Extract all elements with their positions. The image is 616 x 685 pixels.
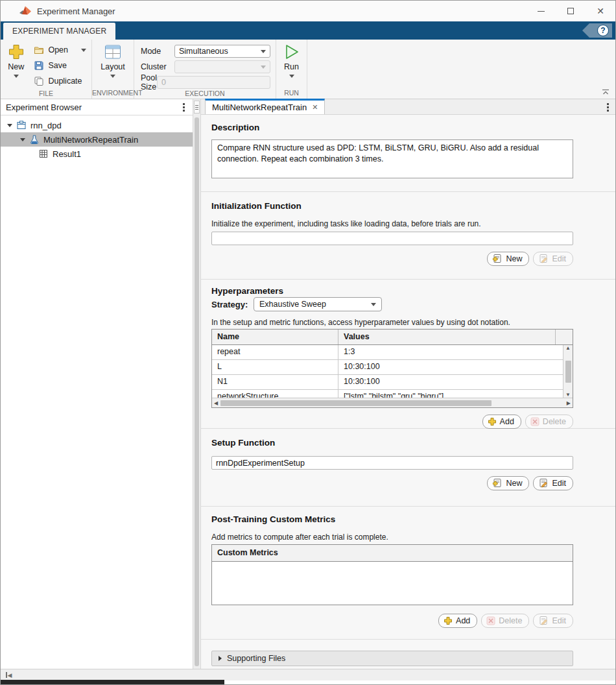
browser-menu-button[interactable] — [180, 102, 187, 113]
table-horizontal-scrollbar[interactable]: ◀ ▶ — [212, 398, 573, 407]
setup-edit-button[interactable]: Edit — [533, 476, 573, 490]
delete-icon — [486, 616, 495, 625]
table-row[interactable]: networkStructure ["lstm" "bilstm" "gru" … — [212, 390, 563, 398]
strategy-dropdown[interactable]: Exhaustive Sweep — [254, 297, 382, 311]
edit-function-icon — [538, 616, 549, 626]
mode-dropdown-caret-icon — [261, 50, 266, 53]
tab-close-icon[interactable]: ✕ — [312, 103, 318, 112]
collapse-panel-button[interactable]: ◀ — [6, 672, 12, 679]
description-section: Description Compare RNN structure used a… — [201, 115, 615, 192]
experiment-manager-window: Experiment Manager ✕ EXPERIMENT MANAGER … — [0, 0, 616, 685]
layout-dropdown-icon[interactable] — [110, 75, 115, 78]
metrics-heading: Post-Training Custom Metrics — [211, 514, 573, 524]
new-function-icon — [492, 478, 503, 488]
custom-metrics-table: Custom Metrics — [211, 544, 573, 605]
edit-function-icon — [538, 254, 549, 264]
duplicate-button[interactable]: Duplicate — [31, 73, 89, 89]
setup-new-button[interactable]: New — [487, 476, 529, 490]
expand-caret-icon[interactable] — [20, 138, 25, 141]
hyperparameters-table: Name Values repeat 1:3 L — [211, 329, 573, 408]
scroll-right-icon[interactable]: ▶ — [567, 400, 571, 406]
close-button[interactable]: ✕ — [586, 1, 615, 21]
run-icon — [283, 43, 300, 60]
open-folder-icon — [34, 45, 44, 55]
table-row[interactable]: repeat 1:3 — [212, 345, 563, 360]
tree-item-result[interactable]: Result1 — [1, 147, 193, 161]
column-values: Values — [338, 330, 556, 344]
maximize-icon — [567, 8, 574, 14]
document-tab-bar: MultiNetworkRepeatTrain ✕ — [201, 99, 615, 115]
custom-metrics-empty-body[interactable] — [212, 562, 573, 605]
scroll-up-icon[interactable]: ▲ — [565, 345, 571, 351]
description-textarea[interactable]: Compare RNN structure used as DPD: LSTM,… — [211, 139, 573, 178]
document-menu-button[interactable] — [604, 102, 611, 113]
supporting-files-section: Supporting Files — [201, 640, 615, 669]
new-button[interactable]: New — [3, 42, 29, 89]
custom-metrics-header: Custom Metrics — [212, 545, 573, 562]
table-row[interactable]: L 10:30:100 — [212, 360, 563, 375]
scroll-down-icon[interactable]: ▼ — [565, 392, 571, 398]
expand-caret-icon[interactable] — [7, 124, 12, 127]
initialization-function-input[interactable] — [211, 232, 573, 245]
layout-button[interactable]: Layout — [99, 42, 127, 88]
project-icon — [16, 120, 27, 130]
mode-dropdown[interactable]: Simultaneous — [174, 45, 270, 58]
maximize-button[interactable] — [556, 1, 586, 21]
initialization-hint: Initialize the experiment, including tas… — [211, 219, 573, 228]
column-name: Name — [212, 330, 338, 344]
group-label-environment: ENVIRONMENT — [92, 88, 134, 99]
metrics-edit-button: Edit — [533, 614, 573, 628]
title-bar: Experiment Manager ✕ — [1, 1, 615, 21]
hyperparameters-hint: In the setup and metric functions, acces… — [211, 318, 573, 327]
hyperparameters-table-header: Name Values — [212, 330, 573, 345]
run-button[interactable]: Run — [279, 42, 304, 88]
strategy-dropdown-caret-icon — [371, 303, 376, 306]
hyperparameters-section: Hyperparameters Strategy: Exhaustive Swe… — [201, 280, 615, 429]
tree-item-project[interactable]: rnn_dpd — [1, 118, 193, 132]
matlab-logo-icon — [19, 5, 32, 17]
horizontal-scroll-thumb[interactable] — [220, 400, 492, 406]
new-dropdown-icon[interactable] — [14, 75, 19, 78]
minimize-button[interactable] — [526, 1, 556, 21]
collapse-ribbon-button[interactable] — [601, 88, 610, 96]
new-function-icon — [492, 254, 503, 264]
tab-multinetworkrepeattrain[interactable]: MultiNetworkRepeatTrain ✕ — [205, 99, 325, 114]
hyperparameters-rows: repeat 1:3 L 10:30:100 N1 10:30:100 — [212, 345, 563, 398]
toolbar-group-execution: Mode Simultaneous Cluster — [134, 40, 276, 99]
result-table-icon — [38, 149, 49, 159]
tree-item-experiment[interactable]: MultiNetworkRepeatTrain — [1, 132, 193, 147]
splitter-grip-icon[interactable] — [194, 101, 200, 114]
open-dropdown-icon[interactable] — [81, 49, 86, 52]
collapse-ribbon-icon — [602, 89, 610, 95]
experiment-flask-icon — [29, 134, 40, 145]
setup-function-heading: Setup Function — [211, 438, 573, 448]
expand-right-icon — [219, 656, 222, 661]
help-button[interactable]: ? — [582, 23, 612, 38]
tab-experiment-manager[interactable]: EXPERIMENT MANAGER — [3, 23, 115, 40]
window-shadow-strip — [1, 680, 224, 684]
metrics-add-button[interactable]: Add — [438, 614, 477, 628]
scroll-left-icon[interactable]: ◀ — [214, 400, 218, 406]
setup-function-input[interactable] — [211, 456, 573, 470]
collapse-panel-icon — [6, 672, 7, 678]
group-label-file: FILE — [1, 89, 91, 99]
vertical-scroll-thumb[interactable] — [565, 361, 571, 383]
hyperparameter-add-button[interactable]: Add — [482, 415, 521, 429]
initialization-new-button[interactable]: New — [487, 252, 529, 266]
table-row[interactable]: N1 10:30:100 — [212, 375, 563, 390]
mode-label: Mode — [141, 47, 174, 56]
save-button[interactable]: Save — [31, 58, 89, 73]
experiment-browser-title: Experiment Browser — [6, 102, 82, 112]
open-button[interactable]: Open — [31, 42, 89, 58]
main-area: Experiment Browser rnn_dpd — [1, 99, 615, 669]
supporting-files-expander[interactable]: Supporting Files — [211, 651, 573, 666]
duplicate-icon — [34, 76, 44, 86]
layout-icon — [104, 43, 122, 60]
panel-splitter[interactable] — [193, 99, 201, 669]
run-dropdown-icon[interactable] — [289, 75, 294, 78]
help-icon: ? — [597, 25, 609, 36]
column-scroll-gutter — [556, 330, 573, 344]
initialization-edit-button: Edit — [533, 252, 573, 266]
table-vertical-scrollbar[interactable]: ▲ ▼ — [563, 345, 573, 398]
close-icon: ✕ — [597, 6, 604, 16]
